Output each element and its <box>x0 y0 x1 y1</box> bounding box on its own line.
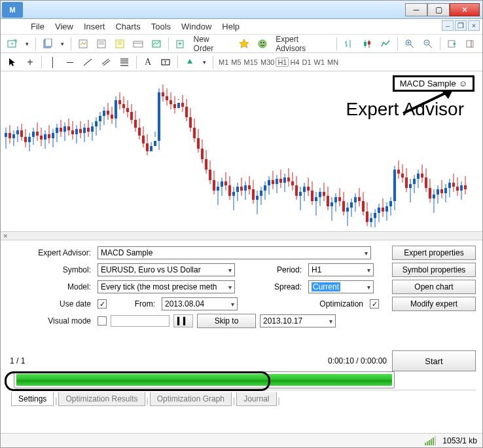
menu-help[interactable]: Help <box>222 22 240 31</box>
text-icon[interactable]: A <box>141 55 155 69</box>
smiley-icon: ☺ <box>459 79 467 88</box>
text-label-icon[interactable]: T <box>158 55 173 69</box>
expert-advisor-dropdown[interactable]: MACD Sample <box>98 246 371 259</box>
symbol-dropdown[interactable]: EURUSD, Euro vs US Dollar <box>98 263 235 276</box>
tab-optimization-results[interactable]: Optimization Results <box>58 392 145 406</box>
expert-advisors-label[interactable]: Expert Advisors <box>273 35 332 53</box>
expert-properties-button[interactable]: Expert properties <box>392 246 476 260</box>
svg-rect-224 <box>350 202 353 208</box>
dropdown-arrow-icon[interactable]: ▾ <box>58 37 67 51</box>
chart-area[interactable]: MACD Sample ☺ Expert Advisor <box>1 71 482 231</box>
tab-settings[interactable]: Settings <box>11 392 54 406</box>
svg-rect-76 <box>60 128 62 132</box>
start-button[interactable]: Start <box>392 350 476 371</box>
optimization-checkbox[interactable]: ✓ <box>370 299 379 308</box>
new-order-label[interactable]: New Order <box>191 35 234 53</box>
symbol-properties-button[interactable]: Symbol properties <box>392 263 476 277</box>
svg-rect-80 <box>67 126 70 130</box>
timeframe-m1[interactable]: M1 <box>217 58 230 66</box>
period-dropdown[interactable]: H1 <box>308 263 374 276</box>
horizontal-line-icon[interactable]: ─ <box>63 55 77 69</box>
menu-charts[interactable]: Charts <box>115 22 140 31</box>
svg-rect-280 <box>460 185 463 191</box>
menu-file[interactable]: File <box>31 22 45 31</box>
svg-rect-100 <box>107 111 109 115</box>
svg-rect-174 <box>252 189 255 200</box>
zoom-out-icon[interactable] <box>420 37 436 51</box>
panel-close-handle[interactable]: × <box>1 231 482 240</box>
menu-window[interactable]: Window <box>181 22 211 31</box>
timeframe-m5[interactable]: M5 <box>230 58 242 66</box>
timeframe-h1[interactable]: H1 <box>276 58 289 67</box>
menu-insert[interactable]: Insert <box>84 22 105 31</box>
svg-rect-158 <box>221 181 223 187</box>
mdi-close-button[interactable]: × <box>468 20 480 31</box>
svg-rect-60 <box>28 137 31 142</box>
skip-to-button[interactable]: Skip to <box>197 314 256 328</box>
maximize-button[interactable]: ▢ <box>427 3 450 16</box>
pause-button[interactable]: ▍▍ <box>173 314 193 327</box>
data-window-icon[interactable] <box>94 37 109 51</box>
chart-shift-icon[interactable] <box>463 37 478 51</box>
timeframe-w1[interactable]: W1 <box>313 58 327 66</box>
svg-rect-180 <box>264 185 266 191</box>
open-chart-button[interactable]: Open chart <box>392 280 476 294</box>
model-dropdown[interactable]: Every tick (the most precise meth <box>98 280 235 293</box>
trendline-icon[interactable] <box>80 55 96 69</box>
from-date-dropdown[interactable]: 2013.08.04 <box>162 297 238 310</box>
connection-bars-icon <box>425 436 436 445</box>
expert-advisors-icon[interactable] <box>255 37 270 51</box>
bar-chart-icon[interactable] <box>341 37 357 51</box>
equidistant-channel-icon[interactable] <box>98 55 114 69</box>
minimize-button[interactable]: ─ <box>405 3 427 16</box>
menu-view[interactable]: View <box>55 22 73 31</box>
metaeditor-icon[interactable] <box>236 37 252 51</box>
tab-journal[interactable]: Journal <box>236 392 276 406</box>
auto-scroll-icon[interactable] <box>444 37 460 51</box>
crosshair-icon[interactable]: + <box>23 55 37 69</box>
menu-tools[interactable]: Tools <box>151 22 171 31</box>
spread-dropdown[interactable]: Current <box>308 280 374 293</box>
svg-rect-162 <box>228 185 231 196</box>
vertical-line-icon[interactable]: │ <box>46 55 60 69</box>
svg-rect-248 <box>397 170 400 174</box>
timeframe-m30[interactable]: M30 <box>259 58 276 66</box>
visual-speed-slider[interactable] <box>111 315 170 327</box>
close-button[interactable]: ✕ <box>450 3 480 16</box>
ea-indicator-label: MACD Sample <box>400 79 456 88</box>
visual-mode-checkbox[interactable] <box>98 316 107 326</box>
line-chart-icon[interactable] <box>378 37 393 51</box>
timeframe-mn[interactable]: MN <box>326 58 340 66</box>
market-watch-icon[interactable] <box>75 37 91 51</box>
mdi-minimize-button[interactable]: – <box>442 20 454 31</box>
modify-expert-button[interactable]: Modify expert <box>392 297 476 311</box>
navigator-icon[interactable] <box>112 37 128 51</box>
use-date-checkbox[interactable]: ✓ <box>98 299 107 308</box>
svg-rect-226 <box>354 197 357 202</box>
dropdown-arrow-icon[interactable]: ▾ <box>23 37 31 51</box>
svg-rect-102 <box>111 115 113 119</box>
svg-rect-186 <box>276 179 278 184</box>
progress-time-label: 0:00:10 / 0:00:00 <box>289 356 392 365</box>
candlestick-icon[interactable] <box>359 37 375 51</box>
svg-rect-268 <box>437 189 439 195</box>
profiles-icon[interactable] <box>40 37 56 51</box>
svg-rect-70 <box>48 134 50 138</box>
fibonacci-icon[interactable] <box>116 55 132 69</box>
to-date-dropdown[interactable]: 2013.10.17 <box>260 314 336 327</box>
svg-rect-128 <box>162 92 164 96</box>
strategy-tester-icon[interactable] <box>149 37 164 51</box>
zoom-in-icon[interactable] <box>402 37 418 51</box>
svg-rect-262 <box>425 177 427 188</box>
new-chart-icon[interactable]: + <box>5 37 20 51</box>
cursor-icon[interactable] <box>5 55 20 69</box>
timeframe-h4[interactable]: H4 <box>289 58 300 66</box>
timeframe-m15[interactable]: M15 <box>243 58 259 66</box>
new-order-icon[interactable]: + <box>173 37 188 51</box>
timeframe-d1[interactable]: D1 <box>301 58 313 66</box>
dropdown-arrow-icon[interactable]: ▾ <box>200 55 209 69</box>
terminal-icon[interactable] <box>130 37 146 51</box>
mdi-restore-button[interactable]: ❐ <box>455 20 467 31</box>
arrows-icon[interactable] <box>182 55 198 69</box>
tab-optimization-graph[interactable]: Optimization Graph <box>150 392 232 406</box>
